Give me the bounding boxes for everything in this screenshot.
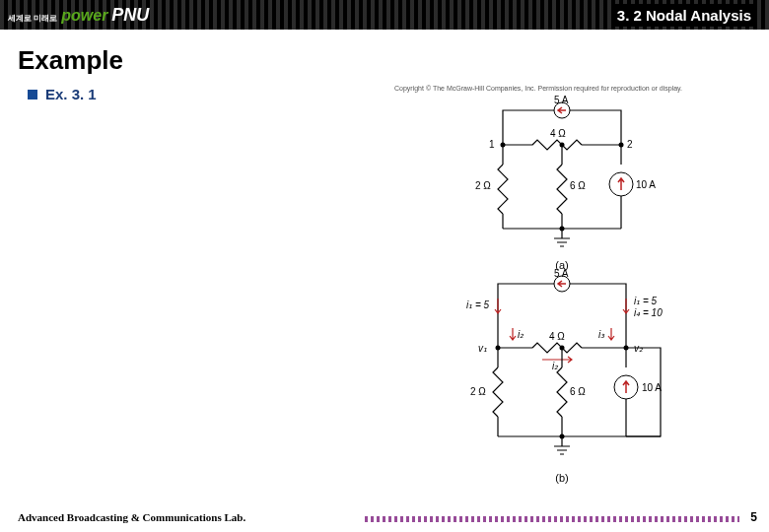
svg-point-9	[560, 346, 565, 351]
label-4ohm-b: 4 Ω	[549, 331, 565, 342]
footer-lab: Advanced Broadcasting & Communications L…	[0, 511, 245, 523]
svg-point-3	[560, 143, 565, 148]
page-number: 5	[750, 510, 757, 524]
page-title: Example	[18, 45, 769, 76]
diagram-area: Copyright © The McGraw-Hill Companies, I…	[394, 85, 730, 492]
header-left: 세계로 미래로 power PNU	[0, 5, 149, 26]
bullet-icon	[28, 90, 37, 100]
label-node2: 2	[627, 139, 633, 150]
label-i2: i₂	[518, 329, 524, 340]
header-small-text: 세계로 미래로	[8, 13, 57, 24]
label-4ohm: 4 Ω	[550, 128, 566, 139]
circuit-a-svg: 5 A 1 2 4 Ω 2 Ω 6 Ω 10 A	[434, 96, 690, 253]
label-v1: v₁	[478, 343, 487, 354]
footer-dots	[365, 516, 739, 522]
label-i2b: i₂	[552, 361, 559, 371]
label-2ohm-b: 2 Ω	[470, 386, 486, 397]
label-5a: 5 A	[554, 96, 569, 105]
label-i1: i₁ = 5	[466, 299, 490, 310]
label-6ohm: 6 Ω	[570, 180, 586, 191]
label-node1: 1	[489, 139, 495, 150]
label-10a-b: 10 A	[642, 382, 662, 393]
slide-header: 세계로 미래로 power PNU 3. 2 Nodal Analysis	[0, 0, 769, 30]
circuit-b-svg: 5 A i₁ = 5 i₁ = 5 i₄ = 10 i₂ i₃ v₁ v₂ 4 …	[429, 269, 695, 466]
label-2ohm: 2 Ω	[475, 180, 491, 191]
label-i3: i₃	[598, 329, 605, 340]
copyright-text: Copyright © The McGraw-Hill Companies, I…	[394, 85, 730, 92]
circuit-a: 5 A 1 2 4 Ω 2 Ω 6 Ω 10 A	[434, 96, 690, 253]
caption-b: (b)	[429, 472, 695, 484]
label-5a-b: 5 A	[554, 269, 569, 279]
section-title: 3. 2 Nodal Analysis	[611, 4, 757, 27]
label-6ohm-b: 6 Ω	[570, 386, 586, 397]
label-i4: i₄ = 10	[634, 307, 663, 318]
pnu-brand: PNU	[111, 5, 149, 26]
circuit-b: 5 A i₁ = 5 i₁ = 5 i₄ = 10 i₂ i₃ v₁ v₂ 4 …	[429, 269, 695, 476]
label-i1r: i₁ = 5	[634, 296, 658, 306]
label-10a: 10 A	[636, 179, 656, 190]
power-brand: power	[61, 7, 107, 25]
example-label: Ex. 3. 1	[45, 86, 97, 102]
slide-footer: Advanced Broadcasting & Communications L…	[0, 506, 769, 528]
